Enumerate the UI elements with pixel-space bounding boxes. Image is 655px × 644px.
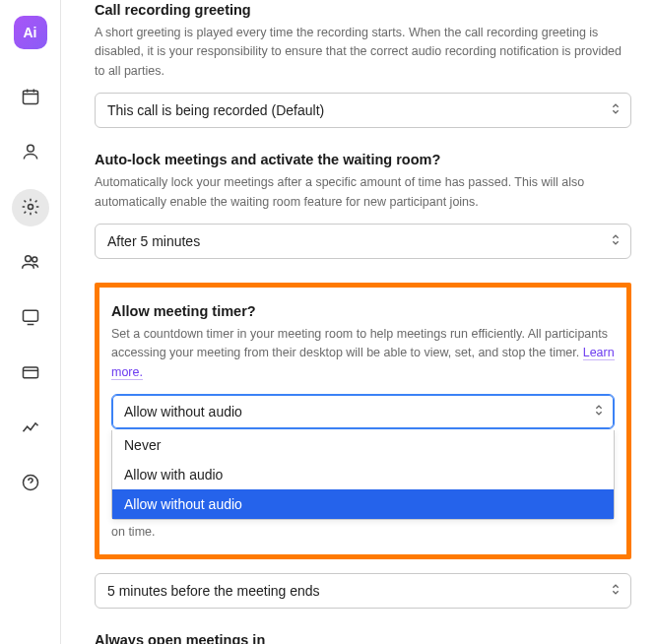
nav-analytics[interactable] [12, 410, 49, 447]
nav-user[interactable] [12, 134, 49, 171]
reminder-select[interactable]: 5 minutes before the meeting ends [95, 573, 631, 609]
nav-people[interactable] [12, 244, 49, 282]
section-desc: A short greeting is played every time th… [95, 24, 631, 81]
section-title: Call recording greeting [95, 2, 631, 18]
svg-point-1 [27, 145, 33, 152]
card-icon [21, 362, 40, 385]
select-value: After 5 minutes [107, 233, 200, 249]
section-call-recording-greeting: Call recording greeting A short greeting… [95, 2, 631, 128]
app-logo: Ai [14, 16, 47, 49]
nav-settings[interactable] [12, 189, 49, 226]
calendar-icon [21, 87, 40, 109]
people-icon [21, 252, 40, 275]
section-desc: Set a countdown timer in your meeting ro… [111, 325, 615, 382]
nav-help[interactable] [12, 465, 49, 502]
select-value: 5 minutes before the meeting ends [107, 583, 320, 599]
nav-billing[interactable] [12, 354, 49, 392]
timer-option-allow-without-audio[interactable]: Allow without audio [112, 489, 614, 519]
svg-rect-0 [23, 91, 37, 103]
desc-text: Set a countdown timer in your meeting ro… [111, 327, 608, 359]
user-icon [21, 142, 40, 164]
timer-dropdown: Never Allow with audio Allow without aud… [111, 430, 615, 520]
highlight-allow-meeting-timer: Allow meeting timer? Set a countdown tim… [95, 283, 631, 559]
autolock-select[interactable]: After 5 minutes [95, 224, 631, 259]
help-icon [21, 473, 40, 495]
section-title: Always open meetings in [95, 632, 631, 644]
section-title: Auto-lock meetings and activate the wait… [95, 152, 631, 167]
trend-icon [21, 418, 40, 440]
section-desc: Automatically lock your meetings after a… [95, 173, 631, 212]
select-value: Allow without audio [124, 404, 242, 419]
greeting-select[interactable]: This call is being recorded (Default) [95, 93, 631, 128]
select-value: This call is being recorded (Default) [107, 102, 324, 118]
section-open-in: Always open meetings in Set between the … [95, 632, 631, 644]
sidebar: Ai [0, 0, 61, 644]
section-reminder: 5 minutes before the meeting ends [95, 573, 631, 609]
svg-point-4 [32, 257, 36, 262]
svg-rect-6 [23, 367, 37, 378]
monitor-icon [21, 307, 40, 330]
svg-rect-5 [23, 310, 37, 321]
timer-option-never[interactable]: Never [112, 430, 614, 460]
timer-option-allow-with-audio[interactable]: Allow with audio [112, 460, 614, 489]
timer-select[interactable]: Allow without audio Never Allow with aud… [111, 394, 615, 429]
nav-display[interactable] [12, 299, 49, 337]
settings-panel: Call recording greeting A short greeting… [61, 0, 655, 644]
gear-icon [21, 197, 40, 220]
nav-calendar[interactable] [12, 79, 49, 116]
svg-point-2 [28, 204, 33, 209]
section-autolock: Auto-lock meetings and activate the wait… [95, 152, 631, 259]
svg-point-3 [25, 255, 31, 261]
section-title: Allow meeting timer? [111, 303, 615, 319]
